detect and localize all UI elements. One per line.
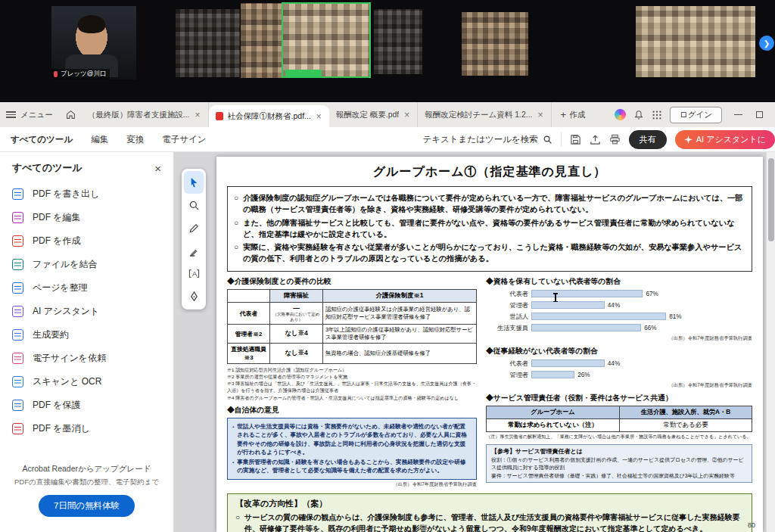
- bar-value: 66%: [644, 325, 656, 331]
- search-label: テキストまたはツールを検索: [423, 134, 538, 145]
- chart-row: 生活支援員66%: [486, 324, 752, 332]
- tab-close-icon[interactable]: ×: [537, 110, 544, 120]
- notifications-bell-icon[interactable]: [633, 110, 644, 120]
- select-tool-button[interactable]: [184, 171, 204, 194]
- participant-video[interactable]: [241, 3, 283, 78]
- quick-tools-toolbar: A: [182, 169, 206, 310]
- tab-close-icon[interactable]: ×: [195, 110, 201, 120]
- tab-kentou-team-pdf[interactable]: 報酬改定検討チーム資料 1.2... ×: [418, 102, 551, 127]
- cell-value: 認知症の介護従事経験又は介護事業の経営経験があり、認知症対応型サービス事業管理者…: [323, 302, 477, 325]
- window-minimize-button[interactable]: [734, 114, 742, 116]
- service-manager-note: （注）厚生労働省の解釈通知上、「業務に支障がない場合は他の事業所・施設等の職務を…: [486, 434, 752, 440]
- tool-generative-summary[interactable]: 生成要約: [0, 323, 173, 347]
- menu-label: メニュー: [20, 110, 53, 120]
- toolbar-item-edit[interactable]: 編集: [91, 134, 108, 145]
- tool-request-esign[interactable]: 電子サインを依頼: [0, 347, 173, 370]
- toolbar-item-convert[interactable]: 変換: [126, 134, 144, 145]
- participant-video-active-speaker[interactable]: [282, 2, 371, 78]
- comparison-caption: ◆介護保険制度との要件の比較: [227, 277, 477, 287]
- tool-label: ページを整理: [33, 282, 88, 294]
- unqualified-ratio-chart: 代表者67% 管理者44% 世話人81% 生活支援員66%: [486, 290, 752, 332]
- cursor-icon: [188, 177, 200, 188]
- summary-bullet: 介護保険制度の認知症グループホームでは各職務について要件が定められている一方で、…: [234, 192, 744, 216]
- tool-redact-pdf[interactable]: PDF を墨消し: [0, 417, 173, 440]
- panel-close-icon[interactable]: ×: [154, 162, 161, 175]
- participant-video[interactable]: [374, 9, 422, 74]
- text-cursor: [555, 293, 556, 302]
- tool-label: PDF を書き出し: [33, 188, 99, 201]
- municipal-opinions-box: 世話人や生活支援員等には資格・実務要件がないため、未経験者や適性のない者が配置さ…: [227, 418, 477, 480]
- home-button[interactable]: [61, 102, 81, 127]
- tool-export-pdf[interactable]: PDF を書き出し: [0, 182, 173, 206]
- table-row: 管理者※2 なし※4 3年以上認知症の介護従事経験があり、認知症対応型サービス事…: [228, 325, 477, 344]
- print-button[interactable]: [609, 134, 621, 145]
- opinions-caption: ◆自治体の意見: [227, 406, 477, 415]
- opinion-bullet: 事業所管理者の知識・経験を有さない場合もあることから、実務経験要件の設定や研修の…: [232, 458, 472, 475]
- login-button[interactable]: ログイン: [670, 107, 722, 123]
- cell-value: —: [272, 304, 321, 312]
- tool-protect-pdf[interactable]: PDF を保護: [0, 394, 173, 417]
- add-text-tool-button[interactable]: A: [182, 262, 206, 285]
- toolbar-item-all-tools[interactable]: すべてのツール: [11, 134, 73, 145]
- fill-sign-tool-button[interactable]: [182, 285, 206, 307]
- table-row: 直接処遇職員※3 なし※4 無資格の場合、認知症介護基礎研修を修了: [228, 344, 477, 364]
- participant-video-self[interactable]: プレッツ@川口: [51, 6, 136, 79]
- bar-label: 生活支援員: [486, 324, 528, 332]
- menu-button[interactable]: メニュー: [0, 102, 61, 127]
- tab-shakaihosho-pdf-active[interactable]: 社会保障①財務省.pdf... ×: [209, 105, 329, 127]
- generative-summary-icon: [12, 329, 23, 341]
- grid-menu-icon[interactable]: [652, 110, 662, 120]
- free-trial-button[interactable]: 7日間の無料体験: [39, 495, 135, 517]
- vertical-scrollbar[interactable]: [766, 152, 775, 532]
- chart-row: 代表者44%: [486, 359, 752, 368]
- apps-gradient-icon[interactable]: [615, 109, 626, 120]
- share-upload-button[interactable]: [590, 134, 601, 145]
- footnote: ※4 障害者のグループホームの管理者・世話人・生活支援員については指定基準上の資…: [227, 394, 477, 401]
- summary-box: 介護保険制度の認知症グループホームでは各職務について要件が定められている一方で、…: [227, 186, 752, 272]
- upgrade-title: Acrobat Readerからアップグレード: [11, 464, 163, 474]
- pdf-file-icon: [216, 112, 223, 120]
- chart-row: 代表者67%: [486, 290, 752, 298]
- search-tools-field[interactable]: テキストまたはツールを検索: [423, 134, 552, 145]
- ai-assistant-button[interactable]: AI アシスタントに: [675, 130, 775, 149]
- tab-saishuban-pdf[interactable]: （最終版）障害者支援施設... ×: [81, 102, 209, 127]
- participant-video[interactable]: [176, 9, 240, 77]
- participant-video[interactable]: [462, 12, 528, 76]
- tool-create-pdf[interactable]: PDF を作成: [0, 229, 173, 253]
- scrollbar-thumb[interactable]: [768, 158, 774, 241]
- cell-value: なし※4: [270, 344, 323, 364]
- bar-value: 26%: [577, 372, 590, 378]
- window-restore-button[interactable]: [756, 111, 763, 118]
- tool-combine-files[interactable]: ファイルを結合: [0, 253, 173, 276]
- tool-label: 生成要約: [33, 328, 69, 341]
- participant-face: [74, 18, 109, 64]
- participant-video[interactable]: [636, 6, 755, 77]
- tool-ai-assistant[interactable]: AI アシスタント: [0, 300, 173, 323]
- annotate-pen-tool-button[interactable]: [182, 216, 206, 239]
- zoom-tool-button[interactable]: [182, 194, 206, 216]
- pen-nib-icon: [188, 291, 200, 302]
- tool-edit-pdf[interactable]: PDF を編集: [0, 206, 173, 229]
- add-text-icon: A: [188, 268, 200, 279]
- create-tab-button[interactable]: + 作成: [552, 109, 595, 120]
- tool-scan-ocr[interactable]: スキャンと OCR: [0, 370, 173, 394]
- edit-pdf-icon: [12, 212, 23, 223]
- tool-label: スキャンと OCR: [33, 375, 101, 388]
- mic-icon: [54, 71, 58, 77]
- reference-line: 要件：サービス管理責任者研修（基礎・実践）修了、社会福祉士等の国家資格及び3年以…: [491, 472, 747, 480]
- tab-hoshukaitei-gaiyo-pdf[interactable]: 報酬改定 概要.pdf ×: [329, 102, 418, 127]
- search-icon: [543, 135, 552, 145]
- tool-label: PDF を保護: [33, 399, 81, 412]
- save-icon: [570, 134, 581, 145]
- export-pdf-icon: [12, 188, 23, 200]
- next-participants-button[interactable]: ❯: [759, 36, 774, 51]
- save-button[interactable]: [570, 134, 581, 145]
- share-button[interactable]: 共有: [629, 130, 667, 149]
- highlight-tool-button[interactable]: [182, 239, 206, 262]
- tool-organize-pages[interactable]: ページを整理: [0, 276, 173, 300]
- toolbar-item-esign[interactable]: 電子サイン: [162, 134, 206, 145]
- tab-close-icon[interactable]: ×: [316, 111, 322, 122]
- tab-close-icon[interactable]: ×: [403, 110, 410, 120]
- combine-files-icon: [12, 259, 23, 270]
- reform-direction-box: 【改革の方向性】（案） サービスの質の確保の観点からは、介護保険制度も参考に、管…: [227, 493, 752, 532]
